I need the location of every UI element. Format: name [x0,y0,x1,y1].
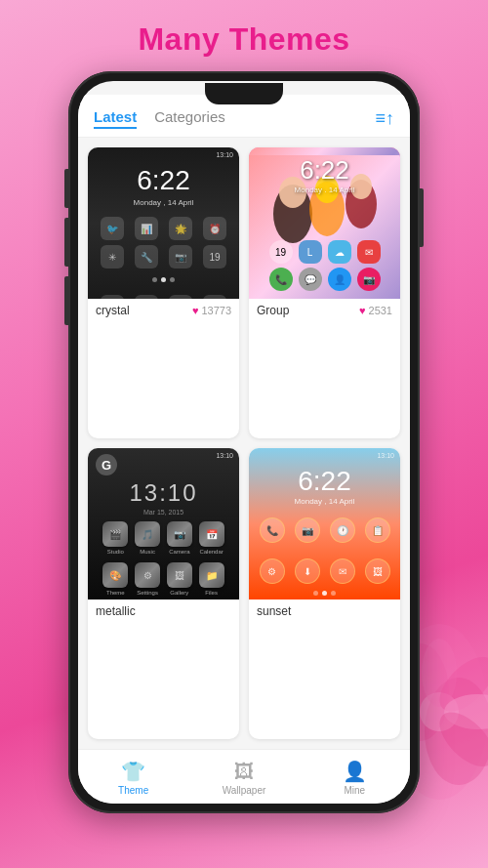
crystal-icon-5: ✳ [101,245,124,269]
anime-time-overlay: 6:22 Monday . 14 April [295,155,355,194]
crystal-icon-b4: ↩ [203,295,226,299]
metallic-label-gallery: Gallery [170,590,188,596]
crystal-likes: ♥ 13773 [192,305,231,316]
sunset-icon-2: 📷 [295,517,320,543]
theme-preview-metallic: 13:10 G 13:10 Mar 15, 2015 🎬 Studio [88,448,239,599]
metallic-item-gallery: 🖼 Gallery [166,562,194,596]
metallic-content: G 13:10 Mar 15, 2015 🎬 Studio 🎵 Music [88,448,239,599]
crystal-icon-1: 🐦 [101,217,124,240]
dot-1 [152,277,157,282]
metallic-name: metallic [96,604,136,618]
crystal-icons: 🐦 📊 🌟 ⏰ ✳ 🔧 📷 19 [88,211,239,274]
power-button [420,188,424,247]
nav-label-mine: Mine [344,785,365,796]
theme-card-sunset[interactable]: 13:10 6:22 Monday , 14 April 📞 📷 🕐 📋 ⚙ ⬇ [249,448,400,739]
metallic-label-camera: Camera [169,549,189,555]
nav-item-mine[interactable]: 👤 Mine [300,760,410,796]
metallic-icon-settings: ⚙ [135,562,160,588]
anime-like-count: 2531 [369,305,392,316]
anime-heart-icon: ♥ [359,305,366,316]
anime-nav-icon-2: L [299,240,322,264]
status-bar-sunset: 13:10 [377,452,394,459]
anime-icons-row2: 📞 💬 👤 📷 [249,268,400,291]
status-bar-crystal: 13:10 [216,151,233,158]
phone-notch [205,83,283,104]
status-bar-metallic: 13:10 [216,452,233,459]
metallic-label-settings: Settings [137,590,158,596]
theme-nav-icon: 👕 [121,760,145,783]
sunset-icon-3: 🕐 [330,517,355,543]
crystal-icon-4: ⏰ [203,217,226,240]
theme-card-anime[interactable]: 6:22 Monday . 14 April 19 L ☁ ✉ 📞 [249,147,400,438]
crystal-icon-b3: 📷 [169,295,192,299]
crystal-bottom-icons: 🔍 💬 📷 ↩ [88,289,239,299]
crystal-icon-7: 📷 [169,245,192,269]
metallic-icon-camera: 📷 [167,521,192,547]
dot-2 [161,277,166,282]
crystal-like-count: 13773 [201,305,231,316]
volume-down-button [64,218,68,267]
metallic-item-settings: ⚙ Settings [134,562,162,596]
sort-icon[interactable]: ≡↑ [375,108,394,129]
sunset-icon-5: ⚙ [260,558,285,584]
sunset-dots [249,588,400,599]
metallic-icons-bottom: 🎨 Theme ⚙ Settings 🖼 Gallery [96,557,231,598]
crystal-heart-icon: ♥ [192,305,199,316]
metallic-item-music: 🎵 Music [134,521,162,555]
metallic-icon-studio: 🎬 [102,521,128,547]
anime-nav-icon-3: ☁ [328,240,351,264]
crystal-icon-b2: 💬 [135,295,158,299]
metallic-label-music: Music [140,549,155,555]
metallic-icon-calendar: 📅 [199,521,224,547]
wallpaper-nav-icon: 🖼 [234,761,254,783]
anime-nav-icon-1: 19 [269,240,293,264]
theme-preview-crystal: 13:10 6:22 Monday , 14 April 🐦 📊 🌟 ⏰ ✳ 🔧… [88,147,239,299]
metallic-dots [96,598,231,599]
tab-categories[interactable]: Categories [154,108,225,129]
nav-label-wallpaper: Wallpaper [223,785,266,796]
crystal-name: crystal [96,304,130,317]
nav-item-theme[interactable]: 👕 Theme [78,760,188,796]
crystal-info: crystal ♥ 13773 [88,299,239,323]
sunset-icons-row2: ⚙ ⬇ ✉ 🖼 [249,555,400,588]
sunset-icon-7: ✉ [330,558,355,584]
metallic-item-camera: 📷 Camera [166,521,194,555]
anime-nav-icon-8: 📷 [357,268,381,291]
metallic-info: metallic [88,599,239,624]
metallic-date: Mar 15, 2015 [96,509,231,516]
anime-nav-icon-5: 📞 [269,268,293,291]
anime-info: Group ♥ 2531 [249,299,400,323]
metallic-item-files: 📁 Files [197,562,225,596]
sunset-icon-1: 📞 [260,517,285,543]
metallic-label-theme: Theme [106,590,125,596]
metallic-label-calendar: Calendar [199,549,223,555]
crystal-dots [88,274,239,285]
theme-preview-sunset: 13:10 6:22 Monday , 14 April 📞 📷 🕐 📋 ⚙ ⬇ [249,448,400,599]
mine-nav-icon: 👤 [343,760,367,783]
anime-clock: 6:22 [295,155,355,186]
theme-card-metallic[interactable]: 13:10 G 13:10 Mar 15, 2015 🎬 Studio [88,448,239,739]
sunset-dot-3 [331,591,336,596]
anime-date: Monday . 14 April [295,186,355,194]
crystal-icon-6: 🔧 [135,245,158,269]
theme-preview-anime: 6:22 Monday . 14 April 19 L ☁ ✉ 📞 [249,147,400,299]
metallic-g-row: G [96,454,231,475]
metallic-item-calendar: 📅 Calendar [197,521,225,555]
crystal-icon-2: 📊 [135,217,158,240]
anime-name: Group [257,304,289,317]
phone-screen: Latest Categories ≡↑ 13:10 6:22 Monday ,… [78,81,410,804]
crystal-clock: 6:22 [88,165,239,196]
tab-latest[interactable]: Latest [94,108,137,129]
anime-nav-icon-7: 👤 [328,268,351,291]
crystal-icon-8: 19 [203,245,226,269]
metallic-icon-gallery: 🖼 [167,562,192,588]
nav-item-wallpaper[interactable]: 🖼 Wallpaper [188,761,299,796]
metallic-icon-files: 📁 [199,562,224,588]
theme-card-crystal[interactable]: 13:10 6:22 Monday , 14 April 🐦 📊 🌟 ⏰ ✳ 🔧… [88,147,239,438]
metallic-icon-music: 🎵 [135,521,160,547]
metallic-icons-top: 🎬 Studio 🎵 Music 📷 Camera [96,516,231,557]
nav-label-theme: Theme [118,785,148,796]
sunset-clock: 6:22 [249,466,400,497]
metallic-g: G [96,454,117,475]
dot-3 [170,277,175,282]
